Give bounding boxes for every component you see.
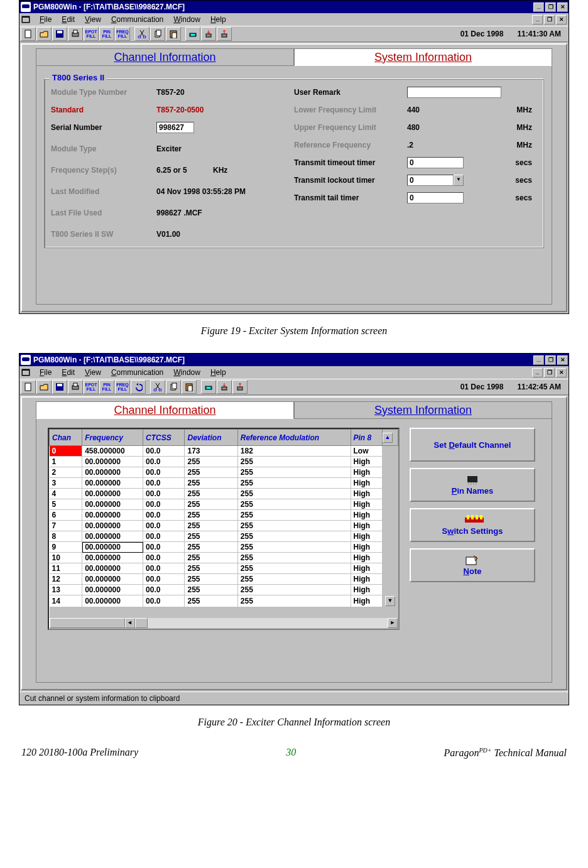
- scrollbar-track[interactable]: [383, 499, 398, 510]
- table-cell[interactable]: 00.0: [143, 563, 185, 574]
- table-cell[interactable]: 00.000000: [82, 585, 143, 595]
- table-cell[interactable]: 255: [237, 457, 351, 467]
- table-cell[interactable]: 00.0: [143, 446, 185, 457]
- table-cell[interactable]: 00.0: [143, 457, 185, 467]
- table-cell[interactable]: 458.000000: [82, 446, 143, 457]
- column-header[interactable]: Pin 8: [351, 430, 382, 446]
- scrollbar-track[interactable]: ▼: [383, 595, 398, 607]
- table-cell[interactable]: 00.000000: [82, 521, 143, 531]
- table-cell[interactable]: 00.0: [143, 499, 185, 510]
- table-cell[interactable]: 255: [185, 585, 237, 595]
- switch-settings-button[interactable]: Switch Settings: [410, 508, 535, 542]
- print-button[interactable]: [68, 380, 83, 394]
- table-cell[interactable]: 00.0: [143, 531, 185, 542]
- table-cell[interactable]: 00.0: [143, 489, 185, 499]
- table-cell[interactable]: 6: [50, 510, 82, 521]
- column-header[interactable]: Reference Modulation: [237, 430, 351, 446]
- column-header[interactable]: Chan: [50, 430, 82, 446]
- table-cell[interactable]: High: [351, 553, 382, 563]
- table-cell[interactable]: High: [351, 531, 382, 542]
- menu-window[interactable]: Window: [168, 367, 205, 378]
- mdi-child-icon[interactable]: [21, 14, 31, 24]
- menu-view[interactable]: View: [80, 14, 106, 25]
- table-cell[interactable]: 255: [185, 510, 237, 521]
- table-cell[interactable]: 00.000000: [82, 457, 143, 467]
- table-row[interactable]: 200.00000000.0255255High: [50, 467, 398, 478]
- table-cell[interactable]: 9: [50, 542, 82, 553]
- table-cell[interactable]: 255: [185, 563, 237, 574]
- freq-fill-button[interactable]: FREQ FILL: [115, 380, 130, 394]
- menu-communication[interactable]: Communication: [106, 14, 168, 25]
- table-cell[interactable]: 00.000000: [82, 531, 143, 542]
- table-cell[interactable]: 12: [50, 574, 82, 585]
- child-close-button[interactable]: [556, 15, 567, 24]
- table-cell[interactable]: 00.000000: [82, 478, 143, 489]
- menu-edit[interactable]: Edit: [57, 367, 80, 378]
- child-close-button[interactable]: [556, 368, 567, 377]
- table-cell[interactable]: 8: [50, 531, 82, 542]
- tx-tail-input[interactable]: 0: [407, 192, 464, 203]
- scrollbar-track[interactable]: [383, 457, 398, 467]
- tab-channel-info[interactable]: Channel Information: [36, 48, 294, 66]
- scrollbar-track[interactable]: [383, 467, 398, 478]
- undo-button[interactable]: [131, 380, 146, 394]
- table-cell[interactable]: 00.0: [143, 521, 185, 531]
- table-row[interactable]: 1400.00000000.0255255High▼: [50, 595, 398, 607]
- scrollbar-track[interactable]: [383, 574, 398, 585]
- copy-button[interactable]: [166, 380, 181, 394]
- scrollbar-track[interactable]: [383, 531, 398, 542]
- table-cell[interactable]: 255: [185, 499, 237, 510]
- table-cell[interactable]: 3: [50, 478, 82, 489]
- minimize-button[interactable]: [533, 3, 544, 12]
- menu-help[interactable]: Help: [205, 14, 231, 25]
- table-cell[interactable]: 182: [237, 446, 351, 457]
- table-cell[interactable]: 00.000000: [82, 467, 143, 478]
- scrollbar-track[interactable]: [383, 446, 398, 457]
- table-cell[interactable]: 2: [50, 467, 82, 478]
- table-cell[interactable]: 255: [237, 574, 351, 585]
- table-cell[interactable]: High: [351, 521, 382, 531]
- table-cell[interactable]: 00.000000: [82, 553, 143, 563]
- table-cell[interactable]: 00.0: [143, 574, 185, 585]
- child-maximize-button[interactable]: [544, 15, 555, 24]
- table-cell[interactable]: 00.0: [143, 467, 185, 478]
- table-cell[interactable]: 255: [237, 531, 351, 542]
- table-cell[interactable]: 00.000000: [82, 510, 143, 521]
- pin-fill-button[interactable]: PIN FILL: [99, 380, 114, 394]
- table-cell[interactable]: 173: [185, 446, 237, 457]
- table-cell[interactable]: 00.0: [143, 595, 185, 607]
- program-button[interactable]: [185, 27, 200, 41]
- table-cell[interactable]: 00.000000: [82, 595, 143, 607]
- cut-button[interactable]: [150, 380, 165, 394]
- user-remark-input[interactable]: [407, 87, 501, 98]
- table-row[interactable]: 0458.00000000.0173182Low: [50, 446, 398, 457]
- scrollbar-track[interactable]: [383, 510, 398, 521]
- table-cell[interactable]: 255: [237, 467, 351, 478]
- epot-fill-button[interactable]: EPOT FILL: [84, 27, 99, 41]
- paste-button[interactable]: [182, 380, 197, 394]
- tx-timeout-input[interactable]: 0: [407, 157, 464, 168]
- column-header[interactable]: Deviation: [185, 430, 237, 446]
- table-row[interactable]: 1200.00000000.0255255High: [50, 574, 398, 585]
- table-cell[interactable]: 255: [237, 563, 351, 574]
- table-cell[interactable]: 255: [185, 467, 237, 478]
- tab-channel-info[interactable]: Channel Information: [36, 401, 294, 419]
- tab-system-info[interactable]: System Information: [294, 48, 552, 66]
- table-cell[interactable]: 00.0: [143, 553, 185, 563]
- save-button[interactable]: [52, 27, 67, 41]
- table-cell[interactable]: 255: [237, 595, 351, 607]
- table-cell[interactable]: 00.000000: [82, 563, 143, 574]
- tab-system-info[interactable]: System Information: [294, 401, 552, 419]
- table-cell[interactable]: 255: [185, 489, 237, 499]
- dropdown-icon[interactable]: ▼: [454, 175, 464, 186]
- table-row[interactable]: 700.00000000.0255255High: [50, 521, 398, 531]
- scrollbar-track[interactable]: [383, 489, 398, 499]
- table-cell[interactable]: 00.000000: [82, 574, 143, 585]
- table-cell[interactable]: 255: [237, 542, 351, 553]
- read-up-button[interactable]: [217, 27, 232, 41]
- table-cell[interactable]: High: [351, 574, 382, 585]
- scrollbar-track[interactable]: [383, 563, 398, 574]
- tx-lockout-select[interactable]: 0: [407, 175, 454, 186]
- minimize-button[interactable]: [533, 355, 544, 365]
- menu-communication[interactable]: Communication: [106, 367, 168, 378]
